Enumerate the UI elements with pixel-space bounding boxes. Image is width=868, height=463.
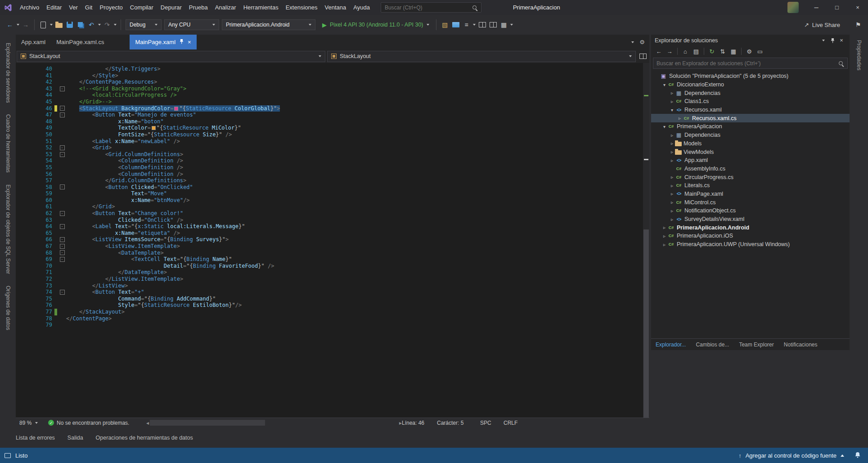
chevron-expanded-icon[interactable]: ▾ (661, 82, 667, 87)
tab-cuadro-de-herramientas[interactable]: Cuadro de herramientas (5, 114, 11, 172)
code-line[interactable]: 45 </Grid>--> (16, 99, 643, 105)
code-editor[interactable]: 40 </Style.Triggers>41 </Style>42 </Cont… (16, 63, 649, 418)
menu-compilar[interactable]: Compilar (126, 0, 157, 15)
back-icon[interactable]: ← (5, 19, 15, 31)
chevron-collapsed-icon[interactable]: ▹ (669, 191, 675, 196)
show-all-files-icon[interactable]: ▦ (729, 47, 738, 56)
forward-icon[interactable]: → (21, 19, 31, 31)
code-health-indicator[interactable]: ✓ No se encontraron problemas. (48, 420, 146, 426)
back-history-caret[interactable] (15, 19, 20, 31)
chevron-expanded-icon[interactable]: ▾ (661, 124, 667, 129)
menu-ver[interactable]: Ver (65, 0, 81, 15)
horizontal-scrollbar-thumb[interactable] (150, 420, 265, 426)
chevron-collapsed-icon[interactable]: ▹ (669, 158, 675, 163)
menu-proyecto[interactable]: Proyecto (96, 0, 126, 15)
code-line[interactable]: 56 <ColumnDefinition /> (16, 171, 643, 178)
source-control-action[interactable]: ↑ Agregar al control de código fuente (738, 452, 864, 459)
tree-item[interactable]: ▹C#Class1.cs (651, 97, 850, 106)
code-line[interactable]: 62- <Button Text="Change color!" (16, 210, 643, 217)
menu-ventana[interactable]: Ventana (321, 0, 350, 15)
package-icon[interactable]: ▧ (440, 19, 450, 31)
fold-collapse-icon[interactable]: - (60, 184, 65, 189)
code-line[interactable]: 40 </Style.Triggers> (16, 66, 643, 72)
chevron-collapsed-icon[interactable]: ▹ (669, 217, 675, 222)
code-line[interactable]: 42 </ContentPage.Resources> (16, 79, 643, 85)
chevron-collapsed-icon[interactable]: ▹ (661, 242, 667, 247)
configuration-combo[interactable]: Debug (126, 19, 162, 30)
code-line[interactable]: 63 Clicked="OnClick" /> (16, 217, 643, 224)
tree-item[interactable]: ▹ViewModels (651, 148, 850, 156)
tree-item[interactable]: ▹C#PrimeraAplicacion.Android (651, 223, 850, 232)
list-caret[interactable] (472, 19, 477, 31)
tab-explorador-de-objetos-de-sql-server[interactable]: Explorador de objetos de SQL Server (5, 184, 11, 274)
table-caret[interactable] (509, 19, 514, 31)
panel-tab-notificaciones[interactable]: Notificaciones (784, 342, 818, 348)
fold-collapse-icon[interactable]: - (60, 152, 65, 157)
tab-app-xaml[interactable]: App.xaml (16, 35, 51, 49)
code-line[interactable]: 67- <ListView.ItemTemplate> (16, 243, 643, 250)
code-line[interactable]: 50 FontSize="{StaticResource Size}" /> (16, 131, 643, 138)
chevron-expanded-icon[interactable]: ▾ (669, 108, 675, 112)
tree-item[interactable]: ▹<>SurveyDetailsView.xaml (651, 215, 850, 224)
code-line[interactable]: 76 Style="{StaticResource EstiloBoton}"/… (16, 302, 643, 309)
chevron-collapsed-icon[interactable]: ▹ (669, 133, 675, 138)
tree-item[interactable]: ▹<>MainPage.xaml (651, 190, 850, 198)
tree-item[interactable]: ▹▦Dependencias (651, 131, 850, 139)
tree-item[interactable]: ▹Models (651, 139, 850, 148)
menu-extensiones[interactable]: Extensiones (282, 0, 321, 15)
tree-item[interactable]: ▹▦Dependencias (651, 89, 850, 97)
avatar[interactable] (787, 2, 799, 13)
dual-monitor-icon[interactable] (488, 19, 498, 31)
fold-collapse-icon[interactable]: - (60, 257, 65, 262)
tree-item[interactable]: ▾C#PrimeraAplicacion (651, 122, 850, 131)
code-line[interactable]: 78</ContentPage> (16, 315, 643, 322)
menu-analizar[interactable]: Analizar (211, 0, 240, 15)
code-line[interactable]: 53- <Grid.ColumnDefinitions> (16, 151, 643, 158)
open-file-icon[interactable] (54, 19, 64, 31)
fold-collapse-icon[interactable]: - (60, 112, 65, 117)
code-line[interactable]: 73 </ListView> (16, 283, 643, 289)
table-icon[interactable]: ▦ (499, 19, 509, 31)
vertical-scrollbar[interactable] (643, 63, 649, 418)
tab-propiedades[interactable]: Propiedades (856, 40, 862, 70)
image-icon[interactable] (451, 19, 461, 31)
code-line[interactable]: 71 </DataTemplate> (16, 269, 643, 276)
menu-git[interactable]: Git (81, 0, 96, 15)
preview-icon[interactable]: ▭ (755, 47, 765, 56)
tab-lista-de-errores[interactable]: Lista de errores (16, 435, 55, 441)
code-line[interactable]: 66- <ListView ItemsSource="{Binding Surv… (16, 236, 643, 243)
vertical-scrollbar-thumb[interactable] (643, 229, 649, 418)
undo-caret[interactable] (97, 19, 102, 31)
platform-combo[interactable]: Any CPU (164, 19, 219, 30)
redo-icon[interactable]: ↷ (102, 19, 112, 31)
chevron-collapsed-icon[interactable]: ▹ (669, 183, 675, 188)
code-line[interactable]: 70 Detail="{Binding FavoriteFood}" /> (16, 263, 643, 270)
quick-search[interactable] (381, 2, 481, 13)
fold-collapse-icon[interactable]: - (60, 86, 65, 91)
panel-tab-cambiosde[interactable]: Cambios de... (696, 342, 729, 348)
chevron-collapsed-icon[interactable]: ▹ (669, 175, 675, 180)
home-icon[interactable]: ⌂ (680, 47, 690, 56)
code-line[interactable]: 52- <Grid> (16, 144, 643, 151)
code-line[interactable]: 43- <!--<Grid BackgroundColor="Gray"> (16, 85, 643, 92)
fold-collapse-icon[interactable]: - (60, 250, 65, 255)
code-line[interactable]: 77 </StackLayout> (16, 309, 643, 315)
menu-depurar[interactable]: Depurar (157, 0, 185, 15)
close-tab-icon[interactable]: × (188, 39, 191, 45)
zoom-control[interactable]: 89 % (16, 420, 48, 426)
feedback-icon[interactable]: ⚑ (853, 19, 863, 31)
fold-collapse-icon[interactable]: - (60, 244, 65, 249)
element-navigator-right[interactable]: StackLayout (327, 51, 636, 62)
code-line[interactable]: 64- <Label Text="{x:Static local:Literal… (16, 223, 643, 230)
chevron-collapsed-icon[interactable]: ▹ (669, 200, 675, 205)
properties-icon[interactable]: ⚙ (744, 47, 754, 56)
document-list-caret[interactable] (631, 41, 634, 43)
split-window-icon[interactable] (639, 54, 647, 59)
code-line[interactable]: 75 Command="{Binding AddCommand}" (16, 296, 643, 302)
code-line[interactable]: 58- <Button Clicked="OnClicked" (16, 184, 643, 191)
tree-item[interactable]: ▹C#NotificationObject.cs (651, 207, 850, 215)
code-line[interactable]: 54 <ColumnDefinition /> (16, 157, 643, 164)
save-all-icon[interactable] (76, 19, 85, 31)
redo-caret[interactable] (112, 19, 117, 31)
code-line[interactable]: 47- <Button Text="Manejo de eventos" (16, 112, 643, 118)
